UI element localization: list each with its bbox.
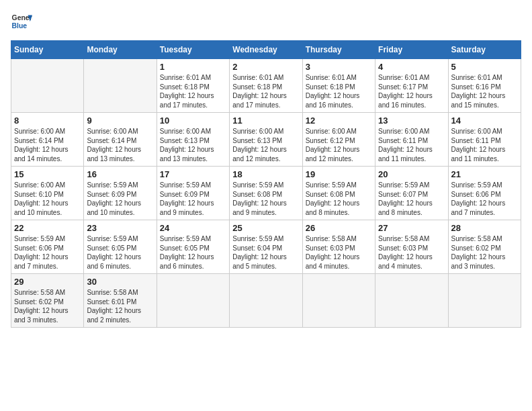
calendar-cell: 3 Sunrise: 6:01 AM Sunset: 6:18 PM Dayli… — [302, 59, 375, 113]
calendar-cell — [375, 274, 448, 328]
day-info: Sunrise: 5:58 AM Sunset: 6:02 PM Dayligh… — [451, 234, 518, 271]
day-info: Sunrise: 6:00 AM Sunset: 6:13 PM Dayligh… — [160, 127, 226, 163]
calendar-cell: 20 Sunrise: 5:59 AM Sunset: 6:07 PM Dayl… — [375, 167, 448, 220]
day-number: 17 — [160, 169, 226, 179]
day-number: 10 — [160, 116, 226, 126]
day-info: Sunrise: 6:00 AM Sunset: 6:11 PM Dayligh… — [378, 127, 445, 163]
calendar-cell — [157, 274, 229, 328]
day-info: Sunrise: 6:01 AM Sunset: 6:17 PM Dayligh… — [378, 73, 445, 109]
day-info: Sunrise: 6:00 AM Sunset: 6:13 PM Dayligh… — [232, 127, 299, 163]
weekday-header-wednesday: Wednesday — [230, 41, 302, 59]
calendar-cell: 25 Sunrise: 5:59 AM Sunset: 6:04 PM Dayl… — [230, 220, 302, 274]
calendar-cell — [230, 274, 302, 328]
calendar-cell: 13 Sunrise: 6:00 AM Sunset: 6:11 PM Dayl… — [375, 113, 448, 167]
day-info: Sunrise: 5:59 AM Sunset: 6:05 PM Dayligh… — [87, 234, 153, 271]
calendar-cell: 29 Sunrise: 5:58 AM Sunset: 6:02 PM Dayl… — [11, 274, 84, 328]
calendar-table: SundayMondayTuesdayWednesdayThursdayFrid… — [11, 40, 521, 328]
day-number: 1 — [160, 62, 226, 72]
calendar-cell: 11 Sunrise: 6:00 AM Sunset: 6:13 PM Dayl… — [230, 113, 302, 167]
day-number: 2 — [232, 62, 299, 72]
day-info: Sunrise: 5:59 AM Sunset: 6:08 PM Dayligh… — [306, 181, 372, 217]
svg-text:Blue: Blue — [12, 22, 28, 30]
calendar-cell: 26 Sunrise: 5:58 AM Sunset: 6:03 PM Dayl… — [302, 220, 375, 274]
calendar-cell: 8 Sunrise: 6:00 AM Sunset: 6:14 PM Dayli… — [11, 113, 84, 167]
day-info: Sunrise: 5:59 AM Sunset: 6:09 PM Dayligh… — [160, 181, 226, 217]
calendar-cell: 10 Sunrise: 6:00 AM Sunset: 6:13 PM Dayl… — [157, 113, 229, 167]
day-number: 9 — [87, 116, 153, 126]
calendar-cell — [84, 59, 157, 113]
day-number: 24 — [160, 223, 226, 233]
weekday-header-thursday: Thursday — [302, 41, 375, 59]
calendar-cell: 4 Sunrise: 6:01 AM Sunset: 6:17 PM Dayli… — [375, 59, 448, 113]
day-info: Sunrise: 6:01 AM Sunset: 6:16 PM Dayligh… — [451, 73, 518, 109]
calendar-cell: 24 Sunrise: 5:59 AM Sunset: 6:05 PM Dayl… — [157, 220, 229, 274]
calendar-cell — [11, 59, 84, 113]
calendar-cell: 22 Sunrise: 5:59 AM Sunset: 6:06 PM Dayl… — [11, 220, 84, 274]
day-number: 15 — [14, 169, 81, 179]
weekday-header-saturday: Saturday — [448, 41, 521, 59]
day-number: 4 — [378, 62, 445, 72]
day-number: 20 — [378, 169, 445, 179]
day-info: Sunrise: 5:59 AM Sunset: 6:06 PM Dayligh… — [451, 181, 518, 217]
day-info: Sunrise: 6:00 AM Sunset: 6:12 PM Dayligh… — [306, 127, 372, 163]
day-info: Sunrise: 5:59 AM Sunset: 6:09 PM Dayligh… — [87, 181, 153, 217]
calendar-cell: 14 Sunrise: 6:00 AM Sunset: 6:11 PM Dayl… — [448, 113, 521, 167]
day-info: Sunrise: 6:00 AM Sunset: 6:10 PM Dayligh… — [14, 181, 81, 217]
day-info: Sunrise: 6:00 AM Sunset: 6:14 PM Dayligh… — [14, 127, 81, 163]
day-number: 16 — [87, 169, 153, 179]
day-info: Sunrise: 5:59 AM Sunset: 6:07 PM Dayligh… — [378, 181, 445, 217]
page-header: General Blue — [11, 11, 521, 32]
calendar-cell — [302, 274, 375, 328]
day-number: 12 — [306, 116, 372, 126]
weekday-header-sunday: Sunday — [11, 41, 84, 59]
week-row-4: 22 Sunrise: 5:59 AM Sunset: 6:06 PM Dayl… — [11, 220, 521, 274]
day-info: Sunrise: 5:59 AM Sunset: 6:05 PM Dayligh… — [160, 234, 226, 271]
day-number: 5 — [451, 62, 518, 72]
day-number: 28 — [451, 223, 518, 233]
day-number: 21 — [451, 169, 518, 179]
day-info: Sunrise: 6:01 AM Sunset: 6:18 PM Dayligh… — [306, 73, 372, 109]
calendar-cell: 15 Sunrise: 6:00 AM Sunset: 6:10 PM Dayl… — [11, 167, 84, 220]
weekday-header-tuesday: Tuesday — [157, 41, 229, 59]
calendar-cell: 28 Sunrise: 5:58 AM Sunset: 6:02 PM Dayl… — [448, 220, 521, 274]
day-info: Sunrise: 5:59 AM Sunset: 6:04 PM Dayligh… — [232, 234, 299, 271]
calendar-cell: 17 Sunrise: 5:59 AM Sunset: 6:09 PM Dayl… — [157, 167, 229, 220]
calendar-cell: 19 Sunrise: 5:59 AM Sunset: 6:08 PM Dayl… — [302, 167, 375, 220]
week-row-5: 29 Sunrise: 5:58 AM Sunset: 6:02 PM Dayl… — [11, 274, 521, 328]
week-row-2: 8 Sunrise: 6:00 AM Sunset: 6:14 PM Dayli… — [11, 113, 521, 167]
day-number: 26 — [306, 223, 372, 233]
calendar-cell: 12 Sunrise: 6:00 AM Sunset: 6:12 PM Dayl… — [302, 113, 375, 167]
calendar-cell: 23 Sunrise: 5:59 AM Sunset: 6:05 PM Dayl… — [84, 220, 157, 274]
day-number: 30 — [87, 277, 153, 287]
weekday-header-monday: Monday — [84, 41, 157, 59]
day-number: 3 — [306, 62, 372, 72]
calendar-cell: 30 Sunrise: 5:58 AM Sunset: 6:01 PM Dayl… — [84, 274, 157, 328]
calendar-cell: 2 Sunrise: 6:01 AM Sunset: 6:18 PM Dayli… — [230, 59, 302, 113]
calendar-cell: 18 Sunrise: 5:59 AM Sunset: 6:08 PM Dayl… — [230, 167, 302, 220]
calendar-cell: 21 Sunrise: 5:59 AM Sunset: 6:06 PM Dayl… — [448, 167, 521, 220]
day-info: Sunrise: 6:01 AM Sunset: 6:18 PM Dayligh… — [160, 73, 226, 109]
calendar-cell: 27 Sunrise: 5:58 AM Sunset: 6:03 PM Dayl… — [375, 220, 448, 274]
week-row-3: 15 Sunrise: 6:00 AM Sunset: 6:10 PM Dayl… — [11, 167, 521, 220]
day-number: 13 — [378, 116, 445, 126]
weekday-header-friday: Friday — [375, 41, 448, 59]
calendar-cell: 1 Sunrise: 6:01 AM Sunset: 6:18 PM Dayli… — [157, 59, 229, 113]
day-number: 19 — [306, 169, 372, 179]
calendar-cell — [448, 274, 521, 328]
day-info: Sunrise: 5:58 AM Sunset: 6:03 PM Dayligh… — [306, 234, 372, 271]
day-number: 29 — [14, 277, 81, 287]
day-info: Sunrise: 5:58 AM Sunset: 6:03 PM Dayligh… — [378, 234, 445, 271]
day-number: 8 — [14, 116, 81, 126]
day-info: Sunrise: 5:58 AM Sunset: 6:01 PM Dayligh… — [87, 288, 153, 324]
calendar-cell: 16 Sunrise: 5:59 AM Sunset: 6:09 PM Dayl… — [84, 167, 157, 220]
day-info: Sunrise: 6:00 AM Sunset: 6:14 PM Dayligh… — [87, 127, 153, 163]
day-info: Sunrise: 5:59 AM Sunset: 6:08 PM Dayligh… — [232, 181, 299, 217]
day-number: 23 — [87, 223, 153, 233]
day-number: 22 — [14, 223, 81, 233]
day-info: Sunrise: 6:01 AM Sunset: 6:18 PM Dayligh… — [232, 73, 299, 109]
calendar-cell: 5 Sunrise: 6:01 AM Sunset: 6:16 PM Dayli… — [448, 59, 521, 113]
calendar-cell: 9 Sunrise: 6:00 AM Sunset: 6:14 PM Dayli… — [84, 113, 157, 167]
day-number: 14 — [451, 116, 518, 126]
day-number: 27 — [378, 223, 445, 233]
day-info: Sunrise: 5:59 AM Sunset: 6:06 PM Dayligh… — [14, 234, 81, 271]
